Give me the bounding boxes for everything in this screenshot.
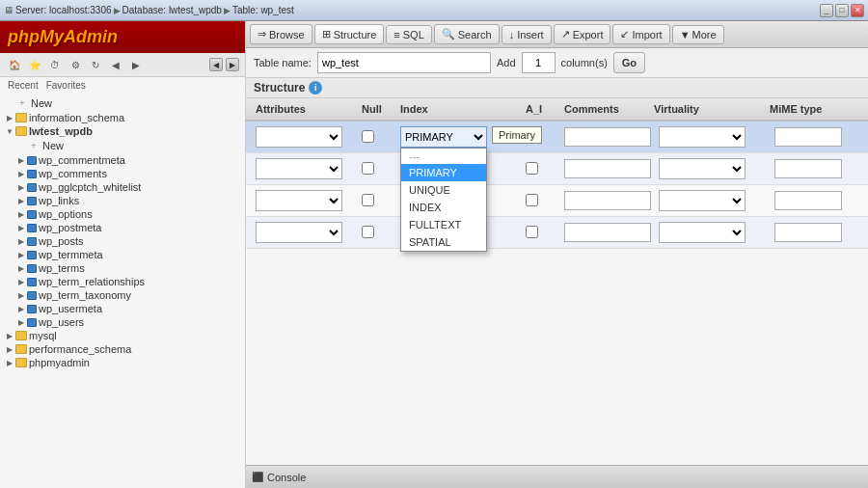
row3-attributes xyxy=(252,220,358,245)
row3-comments-input[interactable] xyxy=(564,223,651,242)
row0-mime-input[interactable] xyxy=(774,127,842,147)
tree-wp-options[interactable]: ▶ wp_options xyxy=(0,207,245,221)
tree-wp-links[interactable]: ▶ wp_links xyxy=(0,194,245,207)
dropdown-item-primary[interactable]: PRIMARY xyxy=(401,164,486,181)
go-button[interactable]: Go xyxy=(613,52,645,73)
row3-null xyxy=(358,224,396,242)
tree-wp-users[interactable]: ▶ wp_users xyxy=(0,315,245,329)
row0-null xyxy=(358,128,396,147)
info-icon[interactable]: i xyxy=(309,81,322,95)
settings-icon[interactable]: ⚙ xyxy=(67,56,84,73)
star-icon[interactable]: ⭐ xyxy=(26,56,43,73)
breadcrumb-table: Table: wp_test xyxy=(232,5,294,15)
structure-button[interactable]: ⊞ Structure xyxy=(314,24,385,44)
import-button[interactable]: ↙ Import xyxy=(612,24,669,44)
tree-wp-termmeta[interactable]: ▶ wp_termmeta xyxy=(0,248,245,261)
more-button[interactable]: ▼ More xyxy=(672,25,724,44)
table-icon-users xyxy=(27,318,37,327)
tree-wp-postmeta[interactable]: ▶ wp_postmeta xyxy=(0,221,245,234)
insert-button[interactable]: ↓ Insert xyxy=(502,25,552,44)
recent-link[interactable]: Recent xyxy=(8,80,39,91)
tree-phpmyadmin[interactable]: ▶ phpmyadmin xyxy=(0,356,245,369)
row0-comments xyxy=(560,125,655,149)
sql-button[interactable]: ≡ SQL xyxy=(386,25,431,44)
row2-mime-input[interactable] xyxy=(774,191,842,210)
breadcrumb-database: Database: lwtest_wpdb xyxy=(122,5,222,15)
home-icon[interactable]: 🏠 xyxy=(6,56,23,73)
tree-wp-term-rel[interactable]: ▶ wp_term_relationships xyxy=(0,275,245,288)
structure-icon: ⊞ xyxy=(322,28,331,41)
add-columns-input[interactable] xyxy=(522,52,556,73)
row3-comments xyxy=(560,221,655,244)
insert-icon: ↓ xyxy=(509,29,515,41)
table-icon-term-tax xyxy=(27,291,37,300)
minimize-button[interactable]: _ xyxy=(820,4,833,17)
dropdown-item-index[interactable]: INDEX xyxy=(401,199,486,216)
row0-index-select[interactable]: PRIMARY xyxy=(400,126,487,148)
window-controls: _ □ ✕ xyxy=(820,4,864,17)
dropdown-item-unique[interactable]: UNIQUE xyxy=(401,181,486,199)
tree-wp-term-tax[interactable]: ▶ wp_term_taxonomy xyxy=(0,288,245,302)
dropdown-item-spatial[interactable]: SPATIAL xyxy=(401,233,486,251)
row1-comments-input[interactable] xyxy=(564,159,651,178)
title-bar: 🖥 Server: localhost:3306 ▶ Database: lwt… xyxy=(0,0,868,21)
tree-new-lwtest[interactable]: + New xyxy=(0,138,245,153)
row2-virtuality-select[interactable] xyxy=(659,190,746,211)
row2-comments-input[interactable] xyxy=(564,191,651,210)
maximize-button[interactable]: □ xyxy=(835,4,849,17)
table-icon-commentmeta xyxy=(27,156,37,165)
console-icon: ⬛ xyxy=(252,472,263,482)
sidebar-icons-row: 🏠 ⭐ ⏱ ⚙ ↻ ◀ ▶ ◀ ▶ xyxy=(0,53,245,77)
close-button[interactable]: ✕ xyxy=(851,4,864,17)
dropdown-item-none[interactable]: --- xyxy=(401,149,486,164)
row1-attributes-select[interactable] xyxy=(256,158,342,179)
tree-information-schema[interactable]: ▶ information_schema xyxy=(0,111,245,124)
row1-null-check[interactable] xyxy=(362,162,374,175)
refresh-icon[interactable]: ↻ xyxy=(87,56,104,73)
tree-wp-posts[interactable]: ▶ wp_posts xyxy=(0,234,245,248)
tree-wp-gglcptch[interactable]: ▶ wp_gglcptch_whitelist xyxy=(0,180,245,194)
row1-comments xyxy=(560,157,655,180)
tree-lwtest-wpdb[interactable]: ▼ lwtest_wpdb xyxy=(0,124,245,138)
row3-virtuality-select[interactable] xyxy=(659,222,746,243)
export-button[interactable]: ↗ Export xyxy=(554,24,611,44)
row0-virtuality-select[interactable] xyxy=(659,126,746,148)
tree-wp-terms[interactable]: ▶ wp_terms xyxy=(0,261,245,275)
tree-new-root[interactable]: + New xyxy=(0,95,245,111)
table-name-input[interactable] xyxy=(317,52,491,73)
table-icon-postmeta xyxy=(27,224,37,232)
tree-mysql[interactable]: ▶ mysql xyxy=(0,329,245,342)
table-row: PRIMARY --- PRIMARY UNIQUE INDEX FULLTEX… xyxy=(246,122,868,153)
row0-comments-input[interactable] xyxy=(564,127,651,147)
history-icon[interactable]: ⏱ xyxy=(46,56,64,73)
tree-wp-comments[interactable]: ▶ wp_comments xyxy=(0,167,245,180)
row3-mime-input[interactable] xyxy=(774,223,842,242)
tree-wp-usermeta[interactable]: ▶ wp_usermeta xyxy=(0,302,245,315)
row0-ai-check[interactable] xyxy=(526,130,538,143)
row3-ai-check[interactable] xyxy=(526,226,538,238)
row1-mime xyxy=(771,157,867,180)
dropdown-item-fulltext[interactable]: FULLTEXT xyxy=(401,216,486,233)
row0-null-check[interactable] xyxy=(362,130,374,143)
browse-button[interactable]: ⇒ Browse xyxy=(250,24,312,44)
col-header-ai: A_I xyxy=(522,101,560,117)
toolbar: ⇒ Browse ⊞ Structure ≡ SQL 🔍 Search ↓ xyxy=(246,21,868,48)
expand-btn[interactable]: ▶ xyxy=(226,58,239,71)
nav-forward-icon[interactable]: ▶ xyxy=(127,56,145,73)
row2-null-check[interactable] xyxy=(362,194,374,206)
tree-wp-commentmeta[interactable]: ▶ wp_commentmeta xyxy=(0,153,245,167)
row0-attributes-select[interactable] xyxy=(256,126,342,148)
favorites-link[interactable]: Favorites xyxy=(46,80,86,91)
collapse-btn[interactable]: ◀ xyxy=(209,58,223,71)
search-button[interactable]: 🔍 Search xyxy=(434,24,500,44)
row2-attributes-select[interactable] xyxy=(256,190,342,211)
tree-performance-schema[interactable]: ▶ performance_schema xyxy=(0,342,245,356)
row2-ai-check[interactable] xyxy=(526,194,538,206)
row1-ai-check[interactable] xyxy=(526,162,538,175)
row1-virtuality-select[interactable] xyxy=(659,158,746,179)
row1-mime-input[interactable] xyxy=(774,159,842,178)
table-row: --- xyxy=(246,185,868,217)
row3-attributes-select[interactable] xyxy=(256,222,342,243)
row3-null-check[interactable] xyxy=(362,226,374,238)
nav-back-icon[interactable]: ◀ xyxy=(107,56,124,73)
